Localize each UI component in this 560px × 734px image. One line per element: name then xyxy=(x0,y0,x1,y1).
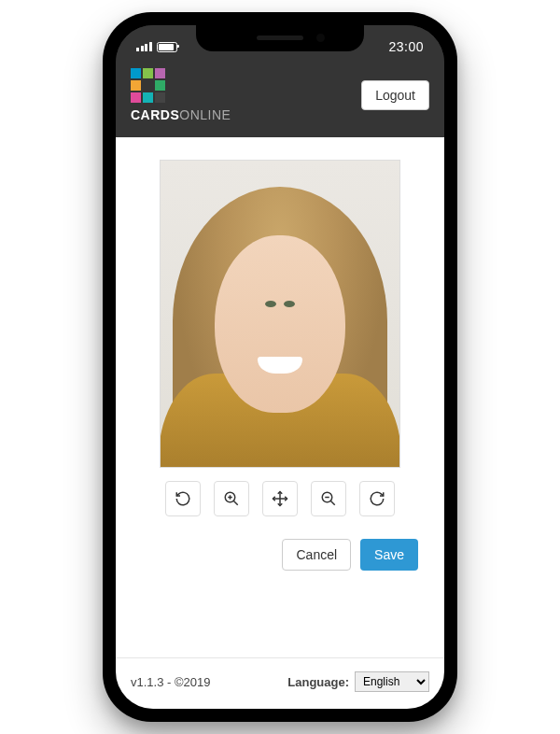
zoom-in-button[interactable] xyxy=(214,481,249,516)
signal-icon xyxy=(136,42,152,51)
photo-image xyxy=(161,161,399,467)
language-block: Language: English xyxy=(287,671,429,692)
rotate-left-button[interactable] xyxy=(165,481,201,516)
photo-editor xyxy=(116,137,444,526)
brand-logo: CARDSONLINE xyxy=(131,68,231,122)
app-header: CARDSONLINE Logout xyxy=(116,61,444,137)
zoom-out-icon xyxy=(320,490,337,507)
action-buttons: Cancel Save xyxy=(116,526,444,587)
status-indicators xyxy=(136,42,177,52)
app-body: Cancel Save v1.1.3 - ©2019 Language: Eng… xyxy=(116,137,444,709)
cancel-button[interactable]: Cancel xyxy=(282,539,351,571)
photo-tools xyxy=(165,481,395,516)
language-select[interactable]: English xyxy=(355,671,429,692)
rotate-right-button[interactable] xyxy=(359,481,395,516)
app-footer: v1.1.3 - ©2019 Language: English xyxy=(116,657,444,709)
move-icon xyxy=(272,490,288,507)
move-button[interactable] xyxy=(262,481,298,516)
status-time: 23:00 xyxy=(388,39,424,54)
zoom-out-button[interactable] xyxy=(311,481,346,516)
brand-text: CARDSONLINE xyxy=(131,107,231,122)
rotate-right-icon xyxy=(369,490,385,507)
language-label: Language: xyxy=(287,675,349,689)
phone-screen: 23:00 CARDSONLINE Logout xyxy=(116,25,444,709)
save-button[interactable]: Save xyxy=(360,539,418,571)
svg-line-1 xyxy=(233,501,238,505)
logout-button[interactable]: Logout xyxy=(361,80,429,110)
photo-preview[interactable] xyxy=(160,160,400,468)
svg-line-7 xyxy=(330,501,335,505)
phone-notch xyxy=(196,25,364,51)
phone-device-frame: 23:00 CARDSONLINE Logout xyxy=(103,12,457,722)
zoom-in-icon xyxy=(223,490,240,507)
rotate-left-icon xyxy=(175,490,191,507)
brand-name-bold: CARDS xyxy=(131,107,179,122)
battery-icon xyxy=(157,42,177,52)
version-text: v1.1.3 - ©2019 xyxy=(131,675,210,689)
logo-grid-icon xyxy=(131,68,231,103)
brand-name-light: ONLINE xyxy=(179,107,231,122)
